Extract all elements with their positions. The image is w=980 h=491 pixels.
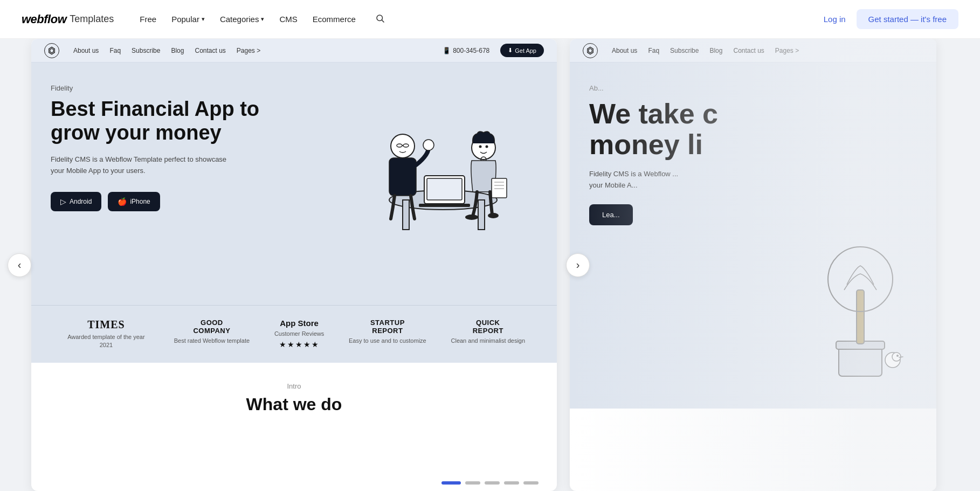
hero-content: Fidelity Best Financial App to grow your… — [51, 84, 277, 211]
svg-rect-6 — [478, 200, 485, 230]
secondary-nav-about[interactable]: About us — [612, 47, 637, 54]
carousel-dot-5[interactable] — [523, 481, 539, 485]
template-nav-blog[interactable]: Blog — [171, 47, 184, 54]
svg-rect-14 — [389, 158, 416, 196]
intro-label: Intro — [51, 382, 537, 390]
carousel-arrow-right[interactable]: › — [566, 253, 590, 277]
secondary-illustration — [589, 236, 917, 387]
top-navigation: webflow Templates Free Popular ▾ Categor… — [0, 0, 980, 39]
svg-point-18 — [486, 146, 488, 148]
template-nav-contact[interactable]: Contact us — [195, 47, 225, 54]
carousel-dots — [441, 481, 539, 485]
secondary-nav-subscribe[interactable]: Subscribe — [670, 47, 699, 54]
template-nav: About us Faq Subscribe Blog Contact us P… — [31, 39, 557, 63]
nav-link-cms[interactable]: CMS — [279, 15, 297, 24]
hero-label: Fidelity — [51, 84, 277, 92]
svg-rect-30 — [857, 290, 864, 344]
hero-buttons: ▷ Android 🍎 iPhone — [51, 192, 277, 211]
hero-description: Fidelity CMS is a Webflow Template perfe… — [51, 154, 234, 177]
secondary-template-logo-icon — [583, 43, 598, 58]
logo-area: webflow Templates — [22, 12, 114, 26]
svg-point-34 — [896, 355, 899, 357]
login-button[interactable]: Log in — [824, 15, 846, 24]
svg-point-17 — [479, 146, 482, 148]
template-card-secondary: About us Faq Subscribe Blog Contact us P… — [570, 39, 936, 491]
intro-title: What we do — [51, 395, 537, 414]
chevron-down-icon: ▾ — [261, 16, 264, 23]
nav-right: Log in Get started — it's free — [824, 9, 958, 29]
template-nav-about[interactable]: About us — [73, 47, 99, 54]
template-nav-pages[interactable]: Pages > — [237, 47, 260, 54]
android-icon: ▷ — [60, 197, 66, 206]
svg-rect-8 — [427, 178, 462, 200]
secondary-template-nav: About us Faq Subscribe Blog Contact us P… — [570, 39, 936, 63]
carousel-arrow-left[interactable]: ‹ — [8, 253, 31, 277]
secondary-hero-title: We take cmoney li — [589, 99, 718, 160]
get-started-button[interactable]: Get started — it's free — [857, 9, 958, 29]
nav-links: Free Popular ▾ Categories ▾ CMS Ecommerc… — [140, 13, 823, 25]
carousel-dot-2[interactable] — [465, 481, 480, 485]
apple-icon: 🍎 — [118, 197, 127, 206]
template-card-main: About us Faq Subscribe Blog Contact us P… — [31, 39, 557, 491]
svg-marker-3 — [50, 49, 54, 53]
svg-line-1 — [382, 20, 384, 22]
svg-rect-20 — [492, 178, 507, 198]
svg-rect-9 — [419, 204, 470, 207]
secondary-nav-faq[interactable]: Faq — [648, 47, 659, 54]
template-intro: Intro What we do — [31, 363, 557, 434]
iphone-button[interactable]: 🍎 iPhone — [108, 192, 160, 211]
nav-link-popular[interactable]: Popular ▾ — [171, 15, 205, 24]
logo-times: TIMES Awarded template of the year 2021 — [63, 319, 149, 350]
secondary-nav-pages[interactable]: Pages > — [775, 47, 799, 54]
templates-container: About us Faq Subscribe Blog Contact us P… — [0, 39, 980, 491]
template-nav-subscribe[interactable]: Subscribe — [132, 47, 160, 54]
main-content: ‹ › About us Faq Subscribe Blog Contact … — [0, 39, 980, 491]
svg-point-10 — [391, 134, 415, 158]
template-logos: TIMES Awarded template of the year 2021 … — [31, 305, 557, 363]
nav-link-free[interactable]: Free — [140, 15, 156, 24]
hero-illustration — [343, 84, 537, 246]
secondary-hero-description: Fidelity CMS is a Webflow ...your Mobile… — [589, 169, 678, 191]
logo-good-company: GOODCOMPANY Best rated Webflow template — [174, 319, 250, 345]
nav-link-categories[interactable]: Categories ▾ — [220, 15, 265, 24]
search-icon[interactable] — [375, 13, 385, 25]
svg-rect-5 — [403, 200, 409, 230]
logo-app-store: App Store Customer Reviews ★★★★★ — [274, 319, 324, 349]
template-nav-phone: 📱 800-345-678 — [443, 47, 489, 54]
logo-startup-report: STARTUPREPORT Easy to use and to customi… — [349, 319, 426, 345]
phone-icon: 📱 — [443, 47, 451, 54]
hero-title: Best Financial App to grow your money — [51, 98, 277, 144]
logo-quick-report: QUICKREPORT Clean and minimalist design — [451, 319, 526, 345]
secondary-hero-label: Ab... — [589, 84, 604, 92]
carousel-dot-3[interactable] — [485, 481, 500, 485]
download-icon: ⬇ — [508, 47, 513, 54]
svg-point-15 — [423, 140, 434, 150]
android-button[interactable]: ▷ Android — [51, 192, 101, 211]
chevron-down-icon: ▾ — [202, 16, 205, 23]
svg-marker-27 — [589, 49, 592, 53]
svg-point-24 — [465, 215, 478, 220]
webflow-logo[interactable]: webflow — [22, 12, 66, 26]
carousel-dot-1[interactable] — [441, 481, 461, 485]
template-nav-faq[interactable]: Faq — [109, 47, 121, 54]
svg-point-33 — [892, 352, 901, 361]
secondary-hero: Ab... We take cmoney li Fidelity CMS is … — [570, 63, 936, 409]
secondary-hero-button[interactable]: Lea... — [589, 204, 633, 225]
template-get-app-button[interactable]: ⬇ Get App — [500, 44, 544, 57]
templates-label: Templates — [70, 13, 114, 25]
svg-point-25 — [488, 213, 499, 218]
template-logo-icon — [44, 43, 59, 58]
svg-point-0 — [377, 15, 383, 21]
template-hero: Fidelity Best Financial App to grow your… — [31, 63, 557, 305]
nav-link-ecommerce[interactable]: Ecommerce — [313, 15, 356, 24]
secondary-nav-contact[interactable]: Contact us — [733, 47, 764, 54]
secondary-nav-blog[interactable]: Blog — [709, 47, 722, 54]
carousel-dot-4[interactable] — [504, 481, 519, 485]
